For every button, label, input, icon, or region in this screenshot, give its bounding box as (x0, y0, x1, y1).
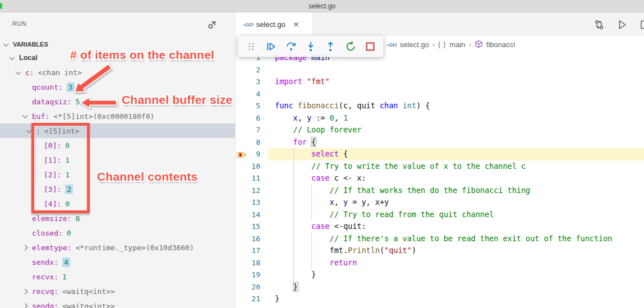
code-text: } (275, 269, 316, 281)
gutter[interactable]: 18 (236, 257, 275, 269)
chevron-down-icon[interactable] (10, 54, 15, 60)
code-text: // If that works then do the fibonacci t… (275, 185, 530, 197)
go-file-icon: GO (242, 21, 253, 27)
gutter[interactable]: 3 (236, 76, 275, 88)
breadcrumb: GO select.go › { } main › fibonacci (386, 36, 515, 53)
breadcrumb-scope[interactable]: main (449, 40, 465, 49)
chevron-right-icon[interactable] (22, 245, 28, 250)
code-line-9[interactable]: 9 select { (236, 148, 644, 160)
code-line-5[interactable]: 5func fibonacci(c, quit chan int) { (236, 100, 644, 112)
code-line-18[interactable]: 18 return (236, 257, 644, 269)
variable-name: recvx: (32, 273, 58, 281)
gutter[interactable]: 15 (236, 220, 275, 233)
code-line-11[interactable]: 11 case c <- x: (236, 172, 644, 185)
annotation-arrow-dataqsiz (80, 96, 119, 109)
gutter[interactable]: 11 (236, 172, 275, 185)
code-line-3[interactable]: 3import "fmt" (236, 76, 644, 88)
gutter[interactable]: 2 (236, 64, 275, 76)
gutter[interactable]: 13 (236, 196, 275, 209)
traffic-light-green[interactable] (0, 3, 2, 9)
code-line-16[interactable]: 16 // If there's a value to be read then… (236, 233, 644, 245)
code-editor[interactable]: 1package main23import "fmt"45func fibona… (236, 52, 644, 308)
code-line-15[interactable]: 15 case <-quit: (236, 220, 644, 233)
stop-button[interactable] (363, 39, 378, 54)
gutter[interactable]: 14 (236, 209, 275, 221)
gutter[interactable]: 8 (236, 136, 275, 149)
variable-row[interactable]: recvx: 1 (0, 269, 235, 284)
indent-guide (293, 245, 294, 257)
window-title: select.go (309, 2, 335, 10)
gutter[interactable]: 9 (236, 148, 275, 160)
gutter[interactable]: 7 (236, 124, 275, 136)
debug-console-icon[interactable] (205, 18, 219, 31)
code-line-13[interactable]: 13 x, y = y, x+y (236, 196, 644, 209)
step-into-button[interactable] (303, 39, 318, 54)
gutter[interactable]: 12 (236, 185, 275, 197)
code-line-4[interactable]: 4 (236, 88, 644, 100)
restart-button[interactable] (343, 39, 358, 54)
code-line-6[interactable]: 6 x, y := 0, 1 (236, 112, 644, 125)
variable-name: elemsize: (32, 214, 71, 223)
code-line-20[interactable]: 20 } (236, 281, 644, 293)
code-line-21[interactable]: 21} (236, 293, 644, 305)
code-text: x, y := 0, 1 (275, 112, 348, 125)
variable-name: closed: (32, 229, 63, 237)
drag-handle[interactable] (244, 39, 259, 54)
chevron-down-icon[interactable] (22, 113, 28, 118)
run-icon[interactable] (615, 18, 629, 31)
chevron-right-icon[interactable] (22, 288, 28, 294)
gutter[interactable]: 6 (236, 112, 275, 125)
code-line-8[interactable]: 8 for { (236, 136, 644, 149)
gutter[interactable]: 19 (236, 269, 275, 281)
code-line-19[interactable]: 19 } (236, 269, 644, 281)
code-line-22[interactable]: 22 (236, 305, 644, 308)
breadcrumb-symbol[interactable]: fibonacci (486, 40, 515, 49)
code-line-7[interactable]: 7 // Loop forever (236, 124, 644, 136)
code-line-17[interactable]: 17 fmt.Println("quit") (236, 245, 644, 257)
variable-row[interactable]: closed: 0 (0, 226, 235, 240)
gutter[interactable]: 16 (236, 233, 275, 245)
chevron-down-icon[interactable] (26, 127, 32, 133)
editor-actions (592, 18, 644, 31)
code-line-2[interactable]: 2 (236, 64, 644, 76)
tab-label: select.go (256, 20, 286, 29)
code-text: func fibonacci(c, quit chan int) { (275, 100, 430, 112)
code-line-10[interactable]: 10 // Try to write the value of x to the… (236, 160, 644, 173)
indent-guide (293, 172, 294, 185)
code-text: // Try to read from the quit channel (275, 209, 494, 221)
step-over-button[interactable] (284, 39, 298, 54)
code-line-12[interactable]: 12 // If that works then do the fibonacc… (236, 185, 644, 197)
chevron-right-icon[interactable] (22, 303, 28, 308)
split-editor-icon[interactable] (638, 18, 644, 31)
gutter[interactable]: 20 (236, 281, 275, 293)
annotation-contents-label: Channel contents (97, 170, 197, 183)
gutter[interactable]: 5 (236, 100, 275, 112)
variable-row[interactable]: qcount: 3 (0, 80, 235, 94)
line-number: 19 (251, 269, 260, 281)
chevron-right-icon: › (469, 40, 471, 49)
line-number: 16 (251, 233, 260, 245)
variable-value: 1 (62, 273, 67, 281)
gutter[interactable]: 21 (236, 293, 275, 305)
continue-button[interactable] (264, 39, 278, 54)
gutter[interactable]: 22 (236, 305, 275, 308)
variable-row[interactable]: recvq: <waitq<int>> (0, 284, 235, 298)
variable-row[interactable]: sendx: 4 (0, 255, 235, 269)
tab-select-go[interactable]: GO select.go × (236, 12, 313, 36)
code-line-14[interactable]: 14 // Try to read from the quit channel (236, 209, 644, 221)
gutter[interactable]: 10 (236, 160, 275, 173)
variable-name: Local (19, 54, 38, 62)
step-out-button[interactable] (323, 39, 338, 54)
variable-row[interactable]: elemtype: <*runtime._type>(0x10d3660) (0, 240, 235, 255)
variable-row[interactable]: sendq: <waitq<int>> (0, 298, 235, 308)
breadcrumb-file[interactable]: select.go (400, 40, 429, 49)
annotation-arrow-qcount (73, 58, 114, 94)
line-number: 6 (256, 112, 260, 125)
close-icon[interactable]: × (293, 20, 299, 29)
open-changes-icon[interactable] (592, 18, 606, 31)
variable-row[interactable]: c: <chan int> (0, 65, 235, 80)
gutter[interactable]: 17 (236, 245, 275, 257)
line-number: 4 (256, 88, 260, 100)
chevron-down-icon[interactable] (16, 69, 21, 75)
gutter[interactable]: 4 (236, 88, 275, 100)
